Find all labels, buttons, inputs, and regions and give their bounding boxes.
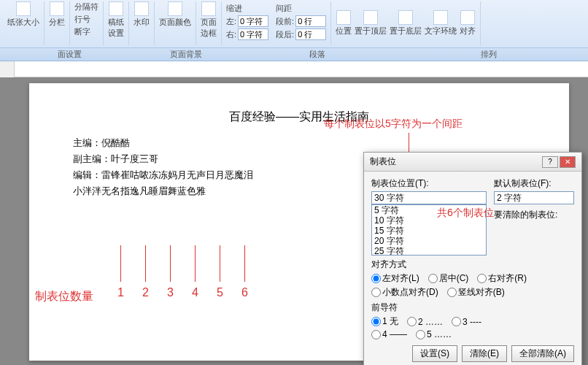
bring-front-button[interactable]: 置于顶层 [355, 10, 387, 36]
pagecolor-button[interactable]: 页面颜色 [159, 1, 191, 28]
indent-left-input[interactable] [238, 15, 268, 27]
align-section-label: 对齐方式 [371, 258, 574, 271]
section-paragraph: 段落 [233, 48, 401, 61]
spacing-after-label: 段后: [276, 29, 294, 40]
indent-label: 缩进 [226, 3, 268, 14]
leader-none-radio[interactable]: 1 无 [371, 315, 398, 328]
annotation-number: 1 [117, 286, 124, 299]
annotation-arrow [170, 245, 171, 282]
indent-right-label: 右: [226, 29, 236, 40]
leader-4-radio[interactable]: 4 —— [371, 329, 407, 339]
default-tab-label: 默认制表位(F): [494, 177, 574, 190]
leader-section-label: 前导符 [371, 301, 574, 314]
annotation-left: 制表位数量 [35, 289, 93, 304]
leader-2-radio[interactable]: 2 …… [407, 315, 443, 328]
align-button[interactable]: 对齐 [460, 10, 476, 36]
set-button[interactable]: 设置(S) [412, 345, 457, 362]
spacing-label: 间距 [276, 3, 326, 14]
annotation-arrow [145, 245, 146, 282]
indent-right-input[interactable] [238, 28, 268, 40]
tab-list-item[interactable]: 15 字符 [372, 226, 486, 236]
spacing-before-label: 段前: [276, 16, 294, 27]
spacing-before-input[interactable] [295, 15, 326, 27]
align-right-radio[interactable]: 右对齐(R) [477, 272, 527, 285]
tab-pos-label: 制表位位置(T): [371, 177, 487, 190]
annotation-number: 5 [217, 286, 223, 299]
close-button[interactable]: ✕ [560, 156, 576, 168]
leader-3-radio[interactable]: 3 ---- [452, 315, 481, 328]
columns-button[interactable]: 分栏 [49, 1, 65, 28]
manuscript-button[interactable]: 稿纸 设置 [108, 1, 124, 39]
align-decimal-radio[interactable]: 小数点对齐(D) [371, 286, 438, 299]
annotation-top: 每个制表位以5字符为一个间距 [324, 118, 463, 131]
tab-list-item[interactable]: 5 字符 [372, 205, 486, 215]
tab-stop-dialog: 制表位 ? ✕ 制表位位置(T): 5 字符10 字符15 字符20 字符25 … [363, 152, 582, 365]
section-page-setup: 面设置 [0, 48, 139, 61]
help-button[interactable]: ? [542, 156, 558, 168]
send-back-button[interactable]: 置于底层 [390, 10, 422, 36]
ruler-horizontal[interactable] [15, 63, 588, 76]
tab-pos-input[interactable] [371, 191, 487, 204]
clear-tab-label: 要清除的制表位: [494, 209, 574, 221]
default-tab-input[interactable] [494, 191, 574, 204]
align-left-radio[interactable]: 左对齐(L) [371, 272, 419, 285]
dialog-title: 制表位 [370, 155, 396, 168]
ruler[interactable] [0, 61, 588, 77]
annotation-number: 4 [192, 286, 198, 299]
spacing-after-input[interactable] [295, 28, 326, 40]
section-page-bg: 页面背景 [139, 48, 233, 61]
ribbon-section-labels: 面设置 页面背景 段落 排列 [0, 48, 588, 61]
align-center-radio[interactable]: 居中(C) [428, 272, 469, 285]
breaks-button[interactable]: 分隔符 [74, 1, 98, 12]
ruler-corner [0, 61, 15, 77]
annotation-arrow [244, 245, 245, 282]
tab-list-item[interactable]: 25 字符 [372, 246, 486, 256]
leader-5-radio[interactable]: 5 …… [416, 329, 452, 339]
annotation-arrow [220, 245, 220, 282]
indent-left-label: 左: [226, 16, 236, 27]
tab-list-item[interactable]: 10 字符 [372, 215, 486, 226]
linenum-button[interactable]: 行号 [74, 14, 98, 25]
hyphen-button[interactable]: 断字 [74, 26, 98, 37]
annotation-number: 3 [167, 286, 174, 299]
clear-button[interactable]: 清除(E) [462, 345, 507, 362]
annotation-arrow [120, 245, 121, 282]
ribbon: 纸张大小 分栏 分隔符 行号 断字 稿纸 设置 水印 页面颜色 页面 边框 缩进… [0, 0, 588, 48]
clearall-button[interactable]: 全部清除(A) [511, 345, 574, 362]
page-size-button[interactable]: 纸张大小 [7, 1, 39, 28]
annotation-arrow [195, 245, 196, 282]
annotation-number: 2 [142, 286, 149, 299]
dialog-titlebar[interactable]: 制表位 ? ✕ [364, 153, 581, 172]
annotation-number: 6 [241, 286, 248, 299]
position-button[interactable]: 位置 [336, 10, 352, 36]
align-bar-radio[interactable]: 竖线对齐(B) [447, 286, 505, 299]
doc-line1: 主编：倪酷酷 [73, 135, 525, 151]
tab-list-item[interactable]: 20 字符 [372, 236, 486, 246]
text-wrap-button[interactable]: 文字环绕 [425, 10, 457, 36]
section-arrange: 排列 [401, 48, 576, 61]
tab-pos-list[interactable]: 5 字符10 字符15 字符20 字符25 字符30 字符 [371, 204, 487, 256]
pageborder-button[interactable]: 页面 边框 [201, 1, 217, 39]
watermark-button[interactable]: 水印 [134, 1, 150, 28]
